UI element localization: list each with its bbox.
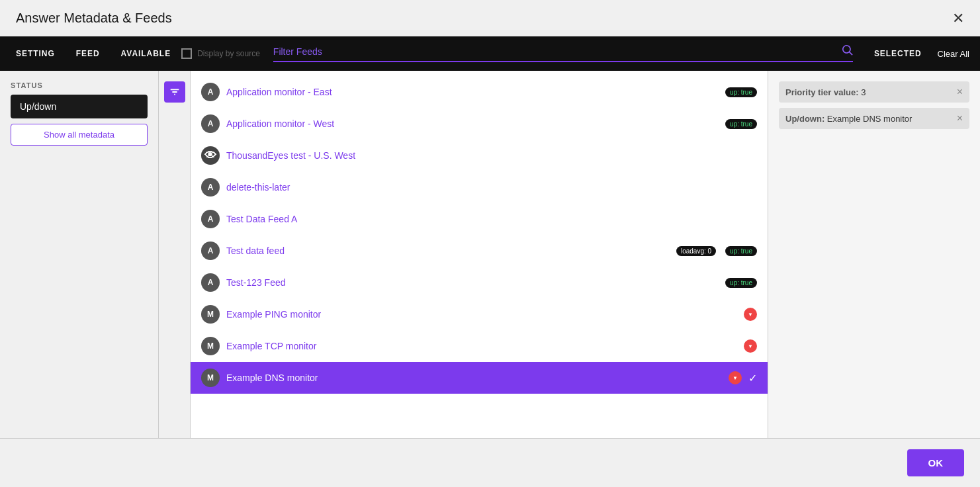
- feed-name: Test Data Feed A: [226, 214, 757, 224]
- sidebar-status-label: STATUS: [11, 81, 148, 89]
- filter-feeds-input[interactable]: [273, 46, 842, 57]
- toolbar-available-label: AVAILABLE: [111, 49, 177, 58]
- feed-item[interactable]: AApplication monitor - Westup: true: [191, 108, 768, 140]
- feed-avatar: A: [201, 83, 220, 101]
- feed-tag: up: true: [725, 87, 757, 97]
- modal-header: Answer Metadata & Feeds ✕: [0, 0, 980, 36]
- feed-avatar: M: [201, 305, 220, 324]
- show-all-metadata-button[interactable]: Show all metadata: [11, 124, 148, 146]
- clear-all-button[interactable]: Clear All: [938, 49, 969, 59]
- toolbar-selected-label: SELECTED: [864, 49, 938, 58]
- feed-icon-panel: [159, 71, 191, 438]
- feed-avatar: A: [201, 114, 220, 133]
- feed-name: Application monitor - West: [226, 118, 716, 129]
- close-button[interactable]: ✕: [952, 11, 964, 26]
- feed-name: ThousandEyes test - U.S. West: [226, 150, 757, 161]
- feed-name: delete-this-later: [226, 182, 757, 193]
- feed-name: Example TCP monitor: [226, 341, 737, 351]
- selected-panel: Priority tier value: 3×Up/down: Example …: [768, 71, 980, 438]
- feed-tag: up: true: [725, 278, 757, 288]
- display-by-source-label: Display by source: [197, 49, 260, 58]
- modal-title: Answer Metadata & Feeds: [16, 11, 172, 26]
- feed-name: Example PING monitor: [226, 309, 737, 320]
- down-arrow-badge: [744, 308, 757, 321]
- feed-avatar: M: [201, 337, 220, 355]
- feed-item[interactable]: MExample TCP monitor: [191, 330, 768, 362]
- feed-tag: up: true: [725, 246, 757, 256]
- modal: Answer Metadata & Feeds ✕ SETTING FEED A…: [0, 0, 980, 487]
- feed-avatar: 👁: [201, 146, 220, 165]
- feeds-list: AApplication monitor - Eastup: trueAAppl…: [191, 71, 768, 438]
- feed-item[interactable]: 👁ThousandEyes test - U.S. West: [191, 140, 768, 171]
- feed-item[interactable]: ATest Data Feed A: [191, 203, 768, 235]
- feed-name: Test-123 Feed: [226, 277, 716, 288]
- toolbar: SETTING FEED AVAILABLE Display by source…: [0, 36, 980, 71]
- footer: OK: [0, 438, 980, 487]
- feed-item[interactable]: MExample PING monitor: [191, 298, 768, 330]
- toolbar-setting-label: SETTING: [11, 49, 66, 58]
- feed-avatar: M: [201, 369, 220, 387]
- feed-checkmark: ✓: [748, 372, 757, 384]
- feed-avatar: A: [201, 273, 220, 292]
- selected-chip: Priority tier value: 3×: [779, 81, 969, 103]
- down-arrow-badge: [744, 339, 757, 353]
- chip-close-button[interactable]: ×: [957, 113, 963, 124]
- down-arrow-badge: [729, 371, 742, 384]
- toolbar-feed-label: FEED: [66, 49, 111, 58]
- display-by-source-checkbox[interactable]: [181, 48, 192, 59]
- feed-item[interactable]: MExample DNS monitor✓: [191, 362, 768, 394]
- sidebar: STATUS Up/down Show all metadata: [0, 71, 159, 438]
- feed-name: Application monitor - East: [226, 87, 716, 97]
- feed-tag: up: true: [725, 119, 757, 129]
- feed-avatar: A: [201, 178, 220, 197]
- ok-button[interactable]: OK: [907, 449, 965, 476]
- filter-feeds-container: [273, 45, 853, 62]
- feed-avatar: A: [201, 210, 220, 228]
- selected-chip-text: Up/down: Example DNS monitor: [785, 114, 912, 124]
- main-content: STATUS Up/down Show all metadata AApplic…: [0, 71, 980, 438]
- selected-chip: Up/down: Example DNS monitor×: [779, 108, 969, 129]
- feed-name: Example DNS monitor: [226, 373, 722, 383]
- feed-item[interactable]: AApplication monitor - Eastup: true: [191, 76, 768, 108]
- feed-item[interactable]: Adelete-this-later: [191, 171, 768, 203]
- feed-item[interactable]: ATest-123 Feedup: true: [191, 267, 768, 298]
- search-icon-button[interactable]: [842, 45, 853, 58]
- feed-avatar: A: [201, 242, 220, 260]
- feed-filter-icon[interactable]: [164, 81, 185, 103]
- feed-tag: loadavg: 0: [676, 246, 716, 256]
- selected-chip-text: Priority tier value: 3: [785, 87, 866, 97]
- feed-name: Test data feed: [226, 245, 667, 256]
- feed-item[interactable]: ATest data feedloadavg: 0up: true: [191, 235, 768, 267]
- chip-close-button[interactable]: ×: [957, 87, 963, 97]
- sidebar-updown-item[interactable]: Up/down: [11, 95, 148, 118]
